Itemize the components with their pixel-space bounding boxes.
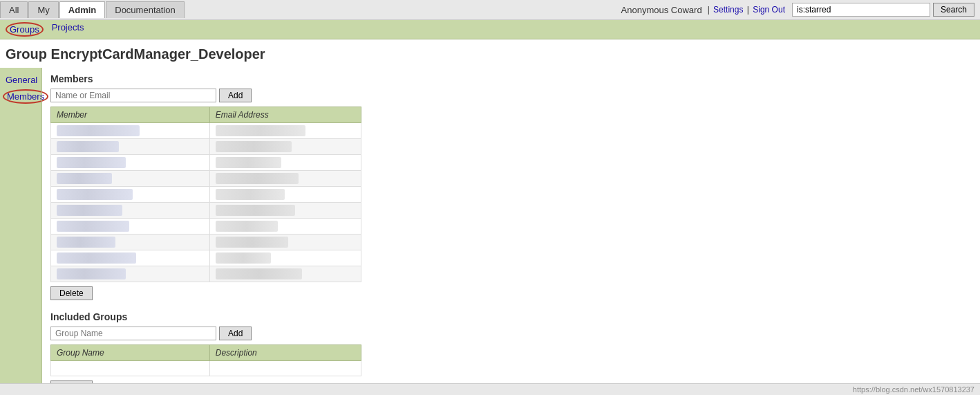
footer: https://blog.csdn.net/wx1570813237	[0, 383, 980, 395]
footer-url: https://blog.csdn.net/wx1570813237	[853, 385, 974, 394]
members-delete-button[interactable]: Delete	[50, 286, 93, 300]
table-row	[51, 250, 361, 266]
main-content: Members Add Member Email Address Delete …	[42, 68, 980, 395]
table-row	[51, 235, 361, 250]
member-cell	[51, 235, 210, 250]
nav-tabs: All My Admin Documentation	[0, 1, 185, 18]
member-cell	[51, 123, 210, 139]
included-groups-title: Included Groups	[50, 311, 972, 322]
member-cell	[51, 139, 210, 155]
table-row	[51, 171, 361, 187]
members-section-title: Members	[50, 73, 972, 84]
email-cell	[209, 203, 361, 219]
sidebar-general-link[interactable]: General	[3, 73, 39, 86]
top-nav-bar: All My Admin Documentation Anonymous Cow…	[0, 0, 980, 20]
settings-link[interactable]: Settings	[713, 5, 743, 15]
email-cell	[209, 139, 361, 155]
groups-col-name: Group Name	[51, 345, 210, 361]
members-name-email-input[interactable]	[50, 89, 216, 102]
subnav-groups-link[interactable]: Groups	[6, 22, 44, 37]
groups-empty-name	[51, 361, 210, 376]
email-cell	[209, 219, 361, 235]
member-cell	[51, 203, 210, 219]
member-cell	[51, 219, 210, 235]
top-right-area: Anonymous Coward | Settings | Sign Out S…	[621, 3, 980, 17]
member-cell	[51, 155, 210, 171]
groups-add-button[interactable]: Add	[219, 327, 252, 340]
groups-add-row: Add	[50, 327, 972, 340]
table-row	[51, 266, 361, 282]
table-row	[51, 361, 361, 376]
email-cell	[209, 235, 361, 250]
search-input[interactable]	[792, 3, 930, 17]
groups-name-input[interactable]	[50, 327, 216, 340]
email-cell	[209, 155, 361, 171]
signout-link[interactable]: Sign Out	[753, 5, 785, 15]
members-add-button[interactable]: Add	[219, 89, 252, 102]
email-cell	[209, 250, 361, 266]
member-cell	[51, 187, 210, 203]
email-cell	[209, 266, 361, 282]
nav-tab-admin[interactable]: Admin	[59, 1, 105, 18]
table-row	[51, 139, 361, 155]
table-row	[51, 155, 361, 171]
nav-tab-all[interactable]: All	[0, 1, 28, 18]
groups-empty-desc	[209, 361, 361, 376]
members-col-email: Email Address	[209, 107, 361, 123]
table-row	[51, 219, 361, 235]
main-layout: General Members Members Add Member Email…	[0, 68, 980, 395]
groups-col-desc: Description	[209, 345, 361, 361]
table-row	[51, 123, 361, 139]
table-row	[51, 203, 361, 219]
sub-nav-bar: Groups Projects	[0, 20, 980, 39]
members-add-row: Add	[50, 89, 972, 102]
email-cell	[209, 171, 361, 187]
email-cell	[209, 123, 361, 139]
subnav-projects-link[interactable]: Projects	[52, 22, 84, 37]
search-area: Search	[792, 3, 974, 17]
separator2: |	[747, 5, 751, 15]
nav-tab-my[interactable]: My	[28, 1, 58, 18]
members-table: Member Email Address	[50, 107, 361, 282]
search-button[interactable]: Search	[933, 3, 974, 17]
members-col-member: Member	[51, 107, 210, 123]
member-cell	[51, 250, 210, 266]
user-name: Anonymous Coward	[621, 5, 702, 15]
separator: |	[708, 5, 710, 15]
email-cell	[209, 187, 361, 203]
top-links: | Settings | Sign Out	[708, 5, 786, 15]
page-title: Group EncryptCardManager_Developer	[0, 39, 980, 68]
member-cell	[51, 171, 210, 187]
nav-tab-documentation[interactable]: Documentation	[106, 1, 184, 18]
table-row	[51, 187, 361, 203]
sidebar: General Members	[0, 68, 41, 395]
included-groups-table: Group Name Description	[50, 345, 361, 376]
member-cell	[51, 266, 210, 282]
